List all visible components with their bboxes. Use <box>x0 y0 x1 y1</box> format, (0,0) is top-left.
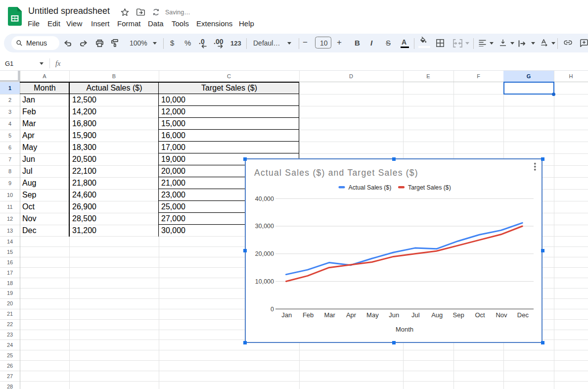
svg-text:Dec: Dec <box>517 311 529 319</box>
svg-text:Aug: Aug <box>431 311 443 319</box>
svg-text:0: 0 <box>271 306 274 313</box>
svg-text:Feb: Feb <box>303 311 314 319</box>
svg-text:Jul: Jul <box>411 311 420 319</box>
svg-text:Actual Sales ($): Actual Sales ($) <box>349 184 392 191</box>
svg-text:Nov: Nov <box>496 311 507 319</box>
svg-text:May: May <box>366 311 379 319</box>
svg-text:Sep: Sep <box>453 311 464 319</box>
svg-text:10,000: 10,000 <box>255 278 274 285</box>
svg-text:Jan: Jan <box>281 311 292 319</box>
svg-text:Target Sales ($): Target Sales ($) <box>408 184 451 191</box>
svg-text:Oct: Oct <box>475 311 485 319</box>
svg-text:20,000: 20,000 <box>255 250 274 257</box>
svg-text:Month: Month <box>396 326 413 333</box>
svg-text:Jun: Jun <box>389 311 399 319</box>
svg-text:Mar: Mar <box>324 311 335 319</box>
svg-text:Apr: Apr <box>346 311 357 319</box>
svg-text:30,000: 30,000 <box>255 223 274 230</box>
svg-text:40,000: 40,000 <box>255 195 274 202</box>
